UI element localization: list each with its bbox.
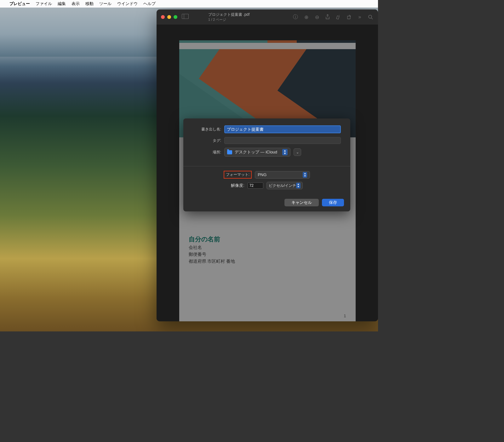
location-select[interactable]: デスクトップ — iCloud ▲▼ [224, 148, 290, 157]
format-value: PNG [258, 172, 266, 177]
search-icon[interactable] [367, 14, 374, 20]
export-name-input[interactable] [224, 125, 341, 133]
menu-view[interactable]: 表示 [72, 1, 80, 7]
chevron-updown-icon: ▲▼ [296, 183, 301, 188]
doc-heading: 自分の名前 [189, 235, 346, 244]
tag-input[interactable] [224, 137, 341, 144]
expand-location-button[interactable]: ⌄ [294, 148, 301, 156]
more-icon[interactable]: » [357, 14, 363, 20]
format-label: フォーマット: [224, 171, 252, 179]
rotate-icon[interactable] [346, 14, 352, 20]
close-window-button[interactable] [161, 15, 165, 19]
location-label: 場所: [193, 150, 221, 155]
svg-rect-2 [347, 16, 350, 19]
menu-window[interactable]: ウインドウ [117, 1, 138, 7]
app-menu[interactable]: プレビュー [9, 1, 30, 7]
cancel-button[interactable]: キャンセル [284, 199, 319, 206]
page-number: 1 [344, 313, 346, 318]
window-title: プロジェクト提案書 .pdf [208, 12, 249, 17]
share-icon[interactable] [324, 14, 331, 20]
export-sheet: 書き出し名: タグ: 場所: デスクトップ — iCloud ▲▼ ⌄ フォーマ… [183, 118, 350, 211]
window-titlebar: プロジェクト提案書 .pdf 1 / 2 ページ ⓘ ⊕ ⊖ » [157, 9, 378, 25]
format-select[interactable]: PNG ▲▼ [255, 171, 310, 179]
resolution-label: 解像度: [231, 183, 244, 188]
menubar: プレビュー ファイル 編集 表示 移動 ツール ウインドウ ヘルプ [0, 0, 378, 8]
zoom-in-icon[interactable]: ⊕ [303, 14, 309, 20]
preview-window: プロジェクト提案書 .pdf 1 / 2 ページ ⓘ ⊕ ⊖ » [157, 9, 378, 321]
folder-icon [227, 150, 232, 154]
resolution-unit-value: ピクセル/インチ [269, 183, 296, 188]
svg-rect-0 [182, 14, 189, 19]
resolution-unit-select[interactable]: ピクセル/インチ ▲▼ [266, 182, 303, 189]
location-value: デスクトップ — iCloud [235, 149, 277, 155]
svg-line-4 [371, 18, 373, 19]
menu-edit[interactable]: 編集 [58, 1, 66, 7]
chevron-updown-icon: ▲▼ [303, 172, 307, 178]
zoom-window-button[interactable] [174, 15, 177, 19]
resolution-input[interactable] [248, 182, 263, 189]
minimize-window-button[interactable] [167, 15, 171, 19]
tag-label: タグ: [193, 138, 221, 143]
menu-go[interactable]: 移動 [85, 1, 94, 7]
chevron-updown-icon: ▲▼ [282, 149, 288, 155]
window-subtitle: 1 / 2 ページ [208, 17, 249, 22]
highlight-icon[interactable] [335, 14, 341, 20]
menu-tools[interactable]: ツール [99, 1, 112, 7]
info-icon[interactable]: ⓘ [292, 14, 299, 20]
svg-point-3 [369, 15, 372, 18]
menu-help[interactable]: ヘルプ [143, 1, 156, 7]
save-button[interactable]: 保存 [322, 199, 344, 206]
sidebar-toggle-icon[interactable] [182, 14, 189, 20]
doc-company: 会社名 [189, 245, 346, 250]
menu-file[interactable]: ファイル [36, 1, 52, 7]
zoom-out-icon[interactable]: ⊖ [314, 14, 320, 20]
doc-postal: 郵便番号 [189, 252, 346, 257]
export-name-label: 書き出し名: [193, 127, 221, 132]
doc-address: 都道府県 市区町村 番地 [189, 259, 346, 264]
